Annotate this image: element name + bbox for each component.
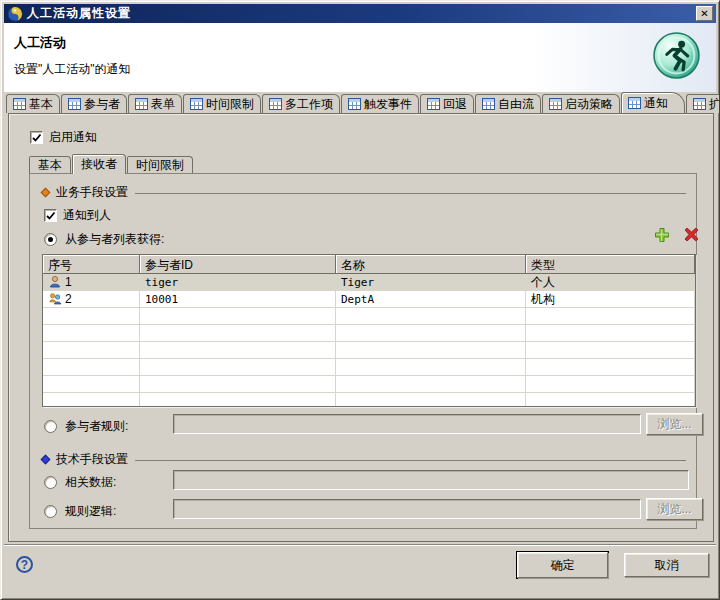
participant-rule-field[interactable]: [173, 414, 641, 434]
radio-label: 参与者规则:: [65, 418, 128, 435]
tab-form[interactable]: 表单: [128, 94, 182, 113]
related-data-radio[interactable]: 相关数据:: [44, 474, 116, 491]
table-empty-row[interactable]: [43, 325, 695, 342]
table-row[interactable]: 2 10001 DeptA 机构: [43, 291, 695, 308]
table-icon: [68, 98, 81, 110]
table-icon: [427, 98, 440, 110]
close-button[interactable]: ✕: [696, 6, 713, 21]
tab-notification[interactable]: 通知: [621, 92, 685, 113]
empty-cell: [526, 393, 695, 406]
empty-cell: [43, 342, 140, 359]
rule-logic-radio[interactable]: 规则逻辑:: [44, 503, 116, 520]
empty-cell: [43, 325, 140, 342]
manual-activity-properties-dialog: 人工活动属性设置 ✕ 人工活动 设置"人工活动"的通知 基本 参与者 表单 时间…: [0, 0, 720, 600]
person-icon: [48, 275, 62, 289]
rule-logic-browse-button[interactable]: 浏览...: [646, 498, 703, 520]
column-header-type: 类型: [526, 255, 695, 274]
table-icon: [549, 98, 562, 110]
tab-participant[interactable]: 参与者: [61, 94, 127, 113]
empty-cell: [43, 359, 140, 376]
empty-cell: [140, 393, 336, 406]
tab-start-strategy[interactable]: 启动策略: [542, 94, 620, 113]
add-participant-icon[interactable]: [654, 227, 670, 243]
notify-person-checkbox[interactable]: 通知到人: [44, 207, 111, 224]
table-row[interactable]: 1 tiger Tiger 个人: [43, 274, 695, 291]
empty-cell: [140, 325, 336, 342]
tab-multi-workitem[interactable]: 多工作项: [262, 94, 340, 113]
radio-icon: [44, 420, 57, 433]
section-rule: [135, 193, 686, 194]
page-title: 人工活动: [14, 34, 66, 52]
empty-cell: [526, 359, 695, 376]
help-icon[interactable]: ?: [16, 556, 33, 573]
tab-label: 自由流: [498, 96, 534, 113]
checkbox-icon: [44, 209, 57, 222]
tab-label: 时间限制: [206, 96, 254, 113]
table-header-row: 序号 参与者ID 名称 类型: [43, 255, 695, 274]
tab-time-limit[interactable]: 时间限制: [183, 94, 261, 113]
table-icon: [482, 98, 495, 110]
empty-cell: [336, 376, 526, 393]
cell-type: 机构: [526, 291, 695, 308]
section-title: 业务手段设置: [56, 184, 128, 201]
radio-icon: [44, 505, 57, 518]
table-empty-row[interactable]: [43, 359, 695, 376]
table-empty-row[interactable]: [43, 308, 695, 325]
empty-cell: [526, 376, 695, 393]
empty-cell: [336, 342, 526, 359]
subtab-time-limit[interactable]: 时间限制: [127, 156, 193, 174]
table-icon: [135, 98, 148, 110]
radio-label: 规则逻辑:: [65, 503, 116, 520]
column-header-participant-id: 参与者ID: [140, 255, 336, 274]
cell-text: 2: [65, 292, 72, 306]
cell-seq: 1: [43, 274, 140, 291]
subtab-label: 时间限制: [136, 157, 184, 174]
rule-logic-field[interactable]: [173, 499, 641, 519]
cell-participant-id: tiger: [140, 274, 336, 291]
checkbox-icon: [30, 131, 43, 144]
tab-extension[interactable]: 扩展: [686, 94, 720, 113]
tab-trigger-event[interactable]: 触发事件: [341, 94, 419, 113]
tab-label: 多工作项: [285, 96, 333, 113]
enable-notification-checkbox[interactable]: 启用通知: [30, 129, 97, 146]
empty-cell: [526, 308, 695, 325]
table-icon: [348, 98, 361, 110]
from-participant-list-radio[interactable]: 从参与者列表获得:: [44, 231, 164, 248]
tab-free-flow[interactable]: 自由流: [475, 94, 541, 113]
subtab-receiver[interactable]: 接收者: [72, 154, 126, 174]
participant-rule-radio[interactable]: 参与者规则:: [44, 418, 128, 435]
cell-text: 1: [65, 275, 72, 289]
subtab-basic[interactable]: 基本: [29, 156, 71, 174]
empty-cell: [140, 376, 336, 393]
participant-table: 序号 参与者ID 名称 类型 1 tiger Tiger 个人: [42, 254, 696, 407]
tab-rollback[interactable]: 回退: [420, 94, 474, 113]
empty-cell: [140, 308, 336, 325]
cell-seq: 2: [43, 291, 140, 308]
checkbox-label: 启用通知: [49, 129, 97, 146]
radio-icon: [44, 233, 57, 246]
table-empty-row[interactable]: [43, 376, 695, 393]
table-empty-row[interactable]: [43, 342, 695, 359]
window-swirl-icon: [7, 6, 23, 22]
tab-label: 启动策略: [565, 96, 613, 113]
empty-cell: [43, 393, 140, 406]
table-empty-row[interactable]: [43, 393, 695, 406]
column-header-seq: 序号: [43, 255, 140, 274]
table-icon: [693, 98, 706, 110]
related-data-field[interactable]: [173, 470, 689, 490]
tab-basic[interactable]: 基本: [6, 94, 60, 113]
empty-cell: [526, 342, 695, 359]
cancel-button[interactable]: 取消: [624, 553, 709, 577]
remove-participant-icon[interactable]: [684, 227, 699, 242]
participant-rule-browse-button[interactable]: 浏览...: [646, 413, 703, 435]
checkbox-label: 通知到人: [63, 207, 111, 224]
tab-label: 回退: [443, 96, 467, 113]
table-icon: [190, 98, 203, 110]
header-banner: 人工活动 设置"人工活动"的通知: [4, 23, 716, 92]
tab-label: 扩展: [709, 96, 720, 113]
tab-label: 参与者: [84, 96, 120, 113]
cell-name: Tiger: [336, 274, 526, 291]
orange-diamond-icon: [41, 188, 51, 198]
ok-button[interactable]: 确定: [517, 552, 608, 578]
radio-label: 从参与者列表获得:: [65, 231, 164, 248]
